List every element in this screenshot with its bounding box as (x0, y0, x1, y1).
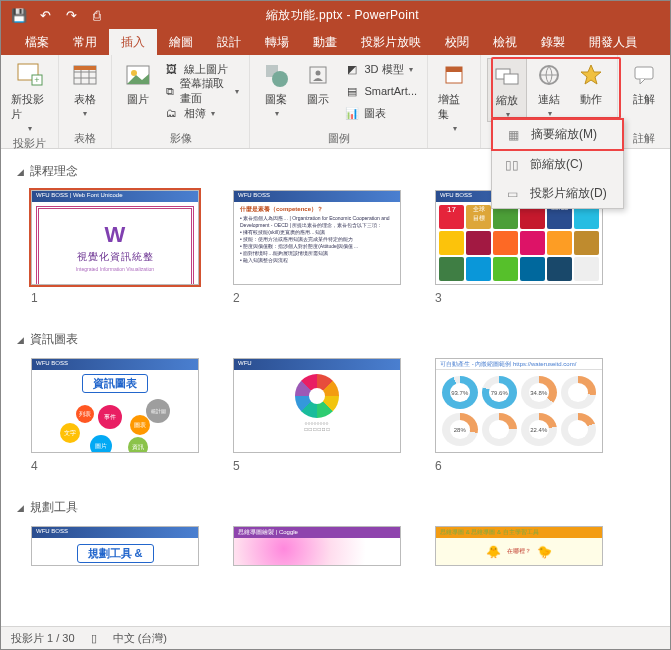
slide-zoom-icon: ▭ (502, 187, 522, 201)
new-slide-button[interactable]: + 新投影片▾ (7, 58, 52, 135)
link-button[interactable]: 連結▾ (529, 58, 569, 120)
tab-insert[interactable]: 插入 (109, 29, 157, 55)
group-slides: + 新投影片▾ 投影片 (1, 55, 59, 148)
tab-developer[interactable]: 開發人員 (577, 29, 649, 55)
slide-thumb-8[interactable]: 思維導圖繪製 | Coggle (233, 526, 401, 566)
slide2-title: 什麼是素養（competence）？ (240, 205, 394, 213)
slide-sorter[interactable]: 課程理念 WFU BOSS | Web Font Unicode W視覺化資訊統… (1, 149, 670, 628)
slide-counter: 投影片 1 / 30 (11, 631, 75, 646)
icons-label: 圖示 (307, 92, 329, 107)
slide-zoom-label: 投影片縮放(D) (530, 185, 607, 202)
tab-transitions[interactable]: 轉場 (253, 29, 301, 55)
chart-button[interactable]: 📊圖表 (340, 102, 421, 124)
group-comments: 註解 註解 (617, 55, 670, 148)
svg-point-14 (316, 71, 321, 76)
addins-icon (439, 60, 469, 90)
album-icon: 🗂 (164, 105, 180, 121)
slide-zoom-item[interactable]: ▭ 投影片縮放(D) (492, 179, 623, 208)
comment-label: 註解 (633, 92, 655, 107)
slide-thumb-4[interactable]: WFU BOSS 資訊圖表 事件 圖表 統計圖 文字 資訊 圖片 列表 4 (31, 358, 199, 473)
svg-point-12 (272, 71, 288, 87)
smartart-label: SmartArt... (364, 85, 417, 97)
section-header-2[interactable]: 資訊圖表 (17, 331, 654, 348)
undo-button[interactable]: ↶ (33, 3, 57, 27)
photo-album-button[interactable]: 🗂相簿▾ (160, 102, 243, 124)
donut-4: 28% (454, 427, 466, 433)
spellcheck-icon[interactable]: ▯ (91, 632, 97, 645)
action-button[interactable]: 動作 (571, 58, 611, 109)
icons-button[interactable]: 圖示 (298, 58, 338, 109)
section-zoom-item[interactable]: ▯▯ 節縮放(C) (492, 150, 623, 179)
group-tables-label: 表格 (74, 130, 96, 146)
zoom-icon (492, 61, 522, 91)
chart-icon: 📊 (344, 105, 360, 121)
comment-icon (629, 60, 659, 90)
smartart-button[interactable]: ▤SmartArt... (340, 80, 421, 102)
picture-icon (123, 60, 153, 90)
window-title: 縮放功能.pptx - PowerPoint (115, 7, 570, 24)
slide1-subtitle: Integrated Information Visualization (76, 266, 154, 272)
section-3-title: 規劃工具 (30, 499, 78, 516)
slide-number-4: 4 (31, 459, 199, 473)
summary-zoom-label: 摘要縮放(M) (531, 126, 597, 143)
tab-view[interactable]: 檢視 (481, 29, 529, 55)
summary-zoom-item[interactable]: ▦ 摘要縮放(M) (491, 118, 624, 151)
language-status[interactable]: 中文 (台灣) (113, 631, 167, 646)
shapes-label: 圖案 (265, 92, 287, 107)
ribbon-tabs: 檔案 常用 插入 繪圖 設計 轉場 動畫 投影片放映 校閱 檢視 錄製 開發人員 (1, 29, 670, 55)
tab-draw[interactable]: 繪圖 (157, 29, 205, 55)
smartart-icon: ▤ (344, 83, 360, 99)
tab-slideshow[interactable]: 投影片放映 (349, 29, 433, 55)
tab-review[interactable]: 校閱 (433, 29, 481, 55)
3d-models-button[interactable]: ◩3D 模型▾ (340, 58, 421, 80)
zoom-dropdown: ▦ 摘要縮放(M) ▯▯ 節縮放(C) ▭ 投影片縮放(D) (491, 118, 624, 209)
photo-album-label: 相簿 (184, 106, 206, 121)
donut-3: 34.8% (530, 390, 547, 396)
donut-2: 79.6% (491, 390, 508, 396)
zoom-button[interactable]: 縮放▾ (487, 58, 527, 122)
table-button[interactable]: 表格▾ (65, 58, 105, 120)
slide-thumb-5[interactable]: WFU ○○○○○○○○□ □ □ □ □ □ 5 (233, 358, 401, 473)
new-slide-icon: + (14, 60, 44, 90)
redo-button[interactable]: ↷ (59, 3, 83, 27)
group-illustrations-label: 圖例 (328, 130, 350, 146)
screenshot-button[interactable]: ⧉螢幕擷取畫面▾ (160, 80, 243, 102)
addins-label: 增益集 (438, 92, 470, 122)
start-from-beginning-button[interactable]: ⎙ (85, 3, 109, 27)
slide-thumb-2[interactable]: WFU BOSS 什麼是素養（competence）？• 素養指個人為因應… |… (233, 190, 401, 305)
slide-thumb-6[interactable]: 可自動產生 - 內嵌縮圖範例 https://wateruseitd.com/ … (435, 358, 603, 473)
slide-number-3: 3 (435, 291, 603, 305)
addins-button[interactable]: 增益集▾ (434, 58, 474, 135)
donut-5: 22.4% (530, 427, 547, 433)
svg-rect-18 (504, 74, 518, 84)
tab-design[interactable]: 設計 (205, 29, 253, 55)
3d-models-label: 3D 模型 (364, 62, 403, 77)
tab-home[interactable]: 常用 (61, 29, 109, 55)
comment-button[interactable]: 註解 (624, 58, 664, 109)
section-zoom-label: 節縮放(C) (530, 156, 583, 173)
donut-1: 93.7% (451, 390, 468, 396)
chart-label: 圖表 (364, 106, 386, 121)
cube-icon: ◩ (344, 61, 360, 77)
slide-number-2: 2 (233, 291, 401, 305)
save-button[interactable]: 💾 (7, 3, 31, 27)
tab-recording[interactable]: 錄製 (529, 29, 577, 55)
svg-rect-20 (635, 67, 653, 79)
section-2-title: 資訊圖表 (30, 331, 78, 348)
section-zoom-icon: ▯▯ (502, 158, 522, 172)
tab-file[interactable]: 檔案 (13, 29, 61, 55)
link-icon (534, 60, 564, 90)
section-header-3[interactable]: 規劃工具 (17, 499, 654, 516)
slide-thumb-9[interactable]: 思維導圖 & 思維導圖 & 自主學習工具 🐥在哪裡？🐤 (435, 526, 603, 566)
slide1-title: 視覺化資訊統整 (77, 250, 154, 264)
zoom-label: 縮放 (496, 93, 518, 108)
link-label: 連結 (538, 92, 560, 107)
pictures-button[interactable]: 圖片 (118, 58, 158, 109)
shapes-button[interactable]: 圖案▾ (256, 58, 296, 120)
slide-thumb-1[interactable]: WFU BOSS | Web Font Unicode W視覺化資訊統整Inte… (31, 190, 199, 305)
tab-animations[interactable]: 動畫 (301, 29, 349, 55)
quick-access-toolbar: 💾 ↶ ↷ ⎙ (1, 3, 115, 27)
title-bar: 💾 ↶ ↷ ⎙ 縮放功能.pptx - PowerPoint (1, 1, 670, 29)
slide-thumb-7[interactable]: WFU BOSS 規劃工具 & (31, 526, 199, 566)
group-images-label: 影像 (170, 130, 192, 146)
